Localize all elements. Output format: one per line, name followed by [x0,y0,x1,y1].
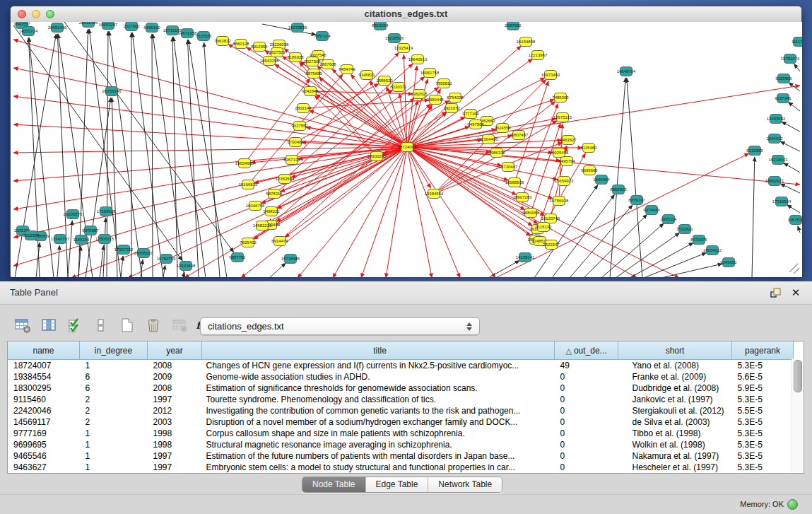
graph-node[interactable]: 21364486 [479,135,498,144]
graph-node[interactable]: 20631406 [79,22,98,28]
graph-edge[interactable] [13,25,182,261]
row-height-icon[interactable] [91,315,111,335]
show-columns-icon[interactable] [39,315,59,335]
graph-node[interactable]: 1588520 [376,76,393,86]
table-cell[interactable]: Jankovic et al. (1997) [618,394,732,405]
graph-node[interactable]: 7663822 [214,37,231,46]
table-cell[interactable]: 1998 [148,439,202,450]
table-cell[interactable]: 1998 [148,428,202,439]
graph-node[interactable]: 1244413 [766,134,783,144]
graph-edge[interactable] [204,42,220,277]
graph-node[interactable]: 1362615 [411,90,428,99]
column-header-out_de[interactable]: △out_de... [555,341,618,360]
graph-node[interactable]: 9115132 [536,223,553,232]
graph-node[interactable]: 2522547 [543,240,560,250]
column-header-short[interactable]: short [618,341,732,360]
column-header-in_degree[interactable]: in_degree [80,341,148,360]
tab-edge-table[interactable]: Edge Table [366,477,429,492]
graph-edge[interactable] [153,34,184,277]
graph-edge[interactable] [121,256,123,277]
graph-edge[interactable] [163,265,165,277]
close-icon[interactable]: ✕ [789,287,802,298]
graph-node[interactable]: 1145194 [73,235,90,245]
graph-edge[interactable] [28,37,40,277]
table-row[interactable]: 1938455462009Genome-wide association stu… [8,371,794,382]
graph-node[interactable]: 16961758 [420,69,440,78]
column-header-year[interactable]: year [148,341,202,360]
graph-node[interactable]: 9146821 [358,71,375,80]
graph-edge[interactable] [333,147,407,277]
graph-edge[interactable] [291,147,407,177]
graph-edge[interactable] [407,147,679,277]
graph-node[interactable]: 6794028 [447,93,464,103]
float-window-icon[interactable] [770,287,782,298]
table-cell[interactable]: 9465546 [8,450,80,462]
graph-node[interactable]: 5875685 [305,69,322,78]
graph-edge[interactable] [57,245,59,277]
graph-node[interactable]: 1498222 [263,207,280,216]
graph-node[interactable]: 9699695 [581,166,598,175]
graph-node[interactable]: 9684061 [522,209,539,218]
table-cell[interactable]: 0 [555,405,618,416]
graph-node[interactable]: 15654923 [555,177,574,186]
graph-node[interactable]: 20206575 [64,210,83,219]
table-cell[interactable]: 9115460 [8,394,80,405]
graph-edge[interactable] [285,147,407,238]
graph-node[interactable]: 2867608 [319,60,336,69]
graph-node[interactable]: 1640954 [593,175,610,185]
graph-edge[interactable] [610,78,625,277]
table-cell[interactable]: 6 [80,371,148,382]
graph-node[interactable]: 16648784 [617,67,636,76]
create-column-icon[interactable] [117,315,137,335]
select-rows-icon[interactable] [65,315,85,335]
table-cell[interactable]: 2 [80,405,148,416]
graph-node[interactable]: 3915584 [23,231,40,240]
table-cell[interactable]: 0 [555,382,618,394]
graph-edge[interactable] [109,31,142,277]
table-cell[interactable]: 0 [555,416,618,428]
table-cell[interactable]: Franke et al. (2009) [618,371,732,382]
table-cell[interactable]: 18300295 [8,382,80,394]
graph-node[interactable]: 19166825 [239,180,258,189]
table-row[interactable]: 2242004622012Investigating the contribut… [8,405,794,416]
graph-node[interactable]: 16033809 [288,23,307,33]
table-cell[interactable]: 0 [555,450,618,462]
table-cell[interactable]: 9699695 [8,439,80,450]
graph-node[interactable]: 8958923 [610,185,627,194]
table-row[interactable]: 977716911998Corpus callosum shape and si… [8,428,794,439]
table-cell[interactable]: 5.9E-5 [732,382,794,394]
graph-node[interactable]: 9245652 [720,258,737,267]
table-cell[interactable]: 6 [80,382,148,394]
table-cell[interactable]: Embryonic stem cells: a model to study s… [202,462,555,473]
canvas-resize-grip[interactable] [789,264,799,274]
graph-edge[interactable] [173,37,206,277]
graph-node[interactable]: 7857224 [314,32,331,41]
graph-edge[interactable] [616,233,680,277]
graph-edge[interactable] [13,147,407,266]
column-header-title[interactable]: title [202,341,555,360]
graph-node[interactable]: 15718485 [281,255,300,264]
table-row[interactable]: 969969511998Structural magnetic resonanc… [8,439,794,450]
table-cell[interactable]: Changes of HCN gene expression and I(f) … [202,360,555,372]
graph-node[interactable]: 9327508 [304,57,321,66]
table-cell[interactable]: 1 [80,360,148,372]
graph-edge[interactable] [407,66,417,147]
graph-node[interactable]: 6879197 [628,196,645,205]
graph-edge[interactable] [152,34,153,277]
graph-node[interactable]: 7955812 [435,79,452,88]
table-cell[interactable]: 2008 [148,360,202,372]
graph-node[interactable]: 16210643 [769,156,788,165]
table-cell[interactable]: 0 [555,462,618,473]
table-cell[interactable]: Genome-wide association studies in ADHD. [202,371,555,382]
graph-node[interactable]: 1111731 [792,37,802,47]
graph-edge[interactable] [752,157,755,277]
graph-edge[interactable] [407,147,432,277]
table-cell[interactable]: Estimation of the future numbers of pati… [202,450,555,462]
table-selector-dropdown[interactable]: citations_edges.txt [200,317,480,335]
table-cell[interactable]: 19384554 [8,371,80,382]
table-cell[interactable]: 0 [555,371,618,382]
vertical-scrollbar[interactable] [792,358,803,472]
table-cell[interactable]: Investigating the contribution of common… [202,405,555,416]
table-cell[interactable]: 1997 [148,394,202,405]
graph-node[interactable]: 6914479 [271,237,288,246]
